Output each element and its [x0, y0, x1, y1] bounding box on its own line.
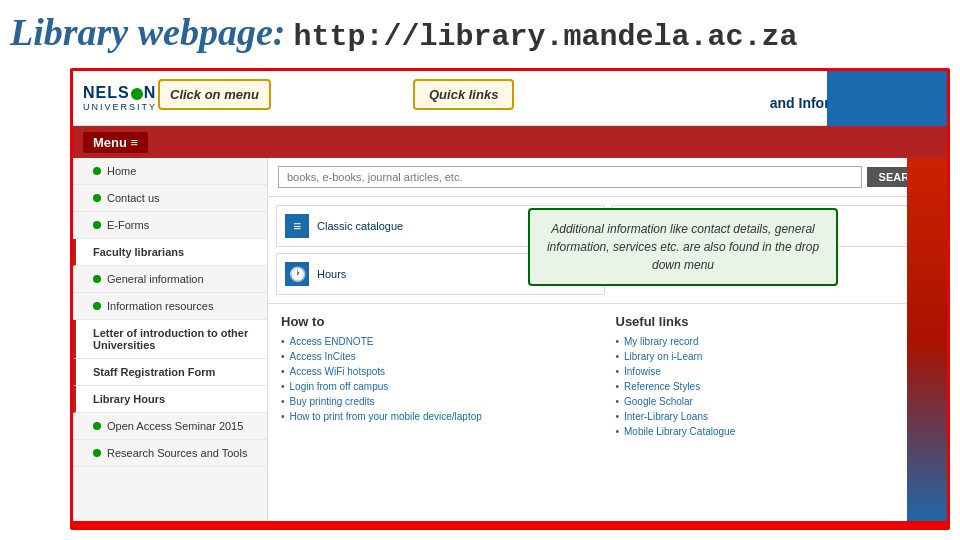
- how-item-printing[interactable]: Buy printing credits: [281, 394, 600, 409]
- sidebar-item-general[interactable]: General information: [73, 266, 267, 293]
- dot-icon: [93, 302, 101, 310]
- browser-body: Home Contact us E-Forms Faculty libraria…: [73, 158, 947, 527]
- useful-item-refstyles[interactable]: Reference Styles: [616, 379, 935, 394]
- dot-icon: [93, 194, 101, 202]
- photo-strip: [907, 158, 947, 527]
- useful-item-ilearn[interactable]: Library on i-Learn: [616, 349, 935, 364]
- sidebar-item-information-resources[interactable]: Information resources: [73, 293, 267, 320]
- blue-strip: [827, 71, 947, 126]
- sidebar-item-hours[interactable]: Library Hours: [73, 386, 267, 413]
- dot-icon: [93, 422, 101, 430]
- callout-click-menu: Click on menu: [158, 79, 271, 110]
- dot-icon: [93, 221, 101, 229]
- title-cursive: Library webpage:: [10, 10, 285, 54]
- sidebar-item-contact[interactable]: Contact us: [73, 185, 267, 212]
- search-area: SEARCH: [268, 158, 947, 197]
- dot-icon: [93, 167, 101, 175]
- useful-item-infowise[interactable]: Infowise: [616, 364, 935, 379]
- sidebar-item-eforms[interactable]: E-Forms: [73, 212, 267, 239]
- sidebar-item-staff[interactable]: Staff Registration Form: [73, 359, 267, 386]
- how-to-title: How to: [281, 314, 600, 329]
- how-to-section: How to Access ENDNOTE Access InCites Acc…: [273, 309, 608, 444]
- callout-additional-info: Additional information like contact deta…: [528, 208, 838, 286]
- sidebar-item-home[interactable]: Home: [73, 158, 267, 185]
- how-item-mobile[interactable]: How to print from your mobile device/lap…: [281, 409, 600, 424]
- logo-circle: [131, 88, 143, 100]
- dot-icon: [93, 449, 101, 457]
- how-item-offcampus[interactable]: Login from off campus: [281, 379, 600, 394]
- bottom-bar: [73, 521, 947, 527]
- useful-item-myrecord[interactable]: My library record: [616, 334, 935, 349]
- useful-item-interlibrary[interactable]: Inter-Library Loans: [616, 409, 935, 424]
- browser-window: NELSN MNDELA UNIVERSITY Change the world…: [70, 68, 950, 530]
- search-input[interactable]: [278, 166, 862, 188]
- sidebar: Home Contact us E-Forms Faculty libraria…: [73, 158, 268, 527]
- sidebar-item-openaccess[interactable]: Open Access Seminar 2015: [73, 413, 267, 440]
- sidebar-item-faculty[interactable]: Faculty librarians: [73, 239, 267, 266]
- how-item-endnote[interactable]: Access ENDNOTE: [281, 334, 600, 349]
- dot-icon: [93, 275, 101, 283]
- callout-quick-links: Quick links: [413, 79, 514, 110]
- how-useful-section: How to Access ENDNOTE Access InCites Acc…: [268, 303, 947, 449]
- slide-title-bar: Library webpage: http://library.mandela.…: [10, 10, 950, 54]
- university-sub: UNIVERSITY: [83, 102, 157, 112]
- main-content: SEARCH Additional information like conta…: [268, 158, 947, 527]
- useful-links-section: Useful links My library record Library o…: [608, 309, 943, 444]
- how-item-wifi[interactable]: Access WiFi hotspots: [281, 364, 600, 379]
- catalogue-icon: ≡: [285, 214, 309, 238]
- how-item-incites[interactable]: Access InCites: [281, 349, 600, 364]
- hours-icon: 🕐: [285, 262, 309, 286]
- sidebar-item-letter[interactable]: Letter of introduction to other Universi…: [73, 320, 267, 359]
- useful-item-googlescholar[interactable]: Google Scholar: [616, 394, 935, 409]
- menu-bar: Menu ≡: [73, 126, 947, 158]
- sidebar-item-research[interactable]: Research Sources and Tools: [73, 440, 267, 467]
- title-url: http://library.mandela.ac.za: [293, 20, 797, 54]
- menu-button[interactable]: Menu ≡: [83, 132, 148, 153]
- useful-links-title: Useful links: [616, 314, 935, 329]
- useful-item-mobilecatalogue[interactable]: Mobile Library Catalogue: [616, 424, 935, 439]
- slide: Library webpage: http://library.mandela.…: [0, 0, 960, 540]
